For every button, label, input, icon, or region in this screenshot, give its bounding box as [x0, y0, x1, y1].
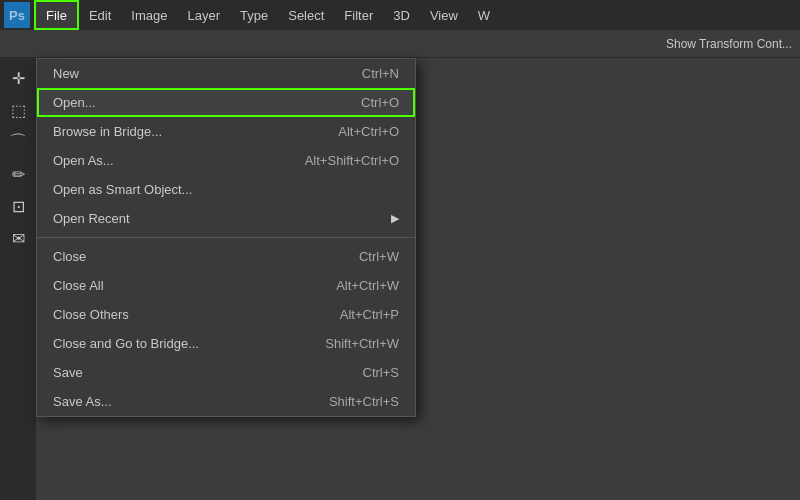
menu-item-open-as-smart-object[interactable]: Open as Smart Object...: [37, 175, 415, 204]
menu-item-layer[interactable]: Layer: [178, 0, 231, 30]
menu-item-browse-shortcut: Alt+Ctrl+O: [338, 124, 399, 139]
menu-item-open-as-label: Open As...: [53, 153, 114, 168]
menu-item-close-go-bridge[interactable]: Close and Go to Bridge... Shift+Ctrl+W: [37, 329, 415, 358]
menu-item-close-others[interactable]: Close Others Alt+Ctrl+P: [37, 300, 415, 329]
menu-item-save-as[interactable]: Save As... Shift+Ctrl+S: [37, 387, 415, 416]
move-tool[interactable]: ✛: [4, 64, 32, 92]
menu-item-browse-in-bridge[interactable]: Browse in Bridge... Alt+Ctrl+O: [37, 117, 415, 146]
menu-item-open-shortcut: Ctrl+O: [361, 95, 399, 110]
left-toolbar: ✛ ⬚ ⌒ ✏ ⊡ ✉: [0, 58, 36, 500]
menu-item-close-bridge-label: Close and Go to Bridge...: [53, 336, 199, 351]
menu-item-open-as-shortcut: Alt+Shift+Ctrl+O: [305, 153, 399, 168]
brush-tool[interactable]: ✏: [4, 160, 32, 188]
menu-item-open-as[interactable]: Open As... Alt+Shift+Ctrl+O: [37, 146, 415, 175]
menu-item-select[interactable]: Select: [278, 0, 334, 30]
ps-logo: Ps: [4, 2, 30, 28]
menu-item-close-all-shortcut: Alt+Ctrl+W: [336, 278, 399, 293]
file-dropdown-menu: New Ctrl+N Open... Ctrl+O Browse in Brid…: [36, 58, 416, 417]
menu-item-save-label: Save: [53, 365, 83, 380]
menu-item-filter[interactable]: Filter: [334, 0, 383, 30]
menu-item-open[interactable]: Open... Ctrl+O: [37, 88, 415, 117]
dropdown-container: New Ctrl+N Open... Ctrl+O Browse in Brid…: [36, 58, 800, 500]
menu-item-close-bridge-shortcut: Shift+Ctrl+W: [325, 336, 399, 351]
menu-item-open-smart-label: Open as Smart Object...: [53, 182, 192, 197]
menu-item-new-label: New: [53, 66, 79, 81]
lasso-tool[interactable]: ⌒: [4, 128, 32, 156]
submenu-arrow-icon: ▶: [391, 212, 399, 225]
menu-item-close-others-shortcut: Alt+Ctrl+P: [340, 307, 399, 322]
menu-bar: Ps File Edit Image Layer Type Select Fil…: [0, 0, 800, 30]
menu-item-close[interactable]: Close Ctrl+W: [37, 242, 415, 271]
menu-item-open-recent-label: Open Recent: [53, 211, 130, 226]
menu-item-open-recent[interactable]: Open Recent ▶: [37, 204, 415, 233]
menu-item-close-all[interactable]: Close All Alt+Ctrl+W: [37, 271, 415, 300]
menu-item-view[interactable]: View: [420, 0, 468, 30]
menu-item-save[interactable]: Save Ctrl+S: [37, 358, 415, 387]
menu-item-file[interactable]: File: [34, 0, 79, 30]
section-divider-1: [37, 237, 415, 238]
menu-item-save-as-label: Save As...: [53, 394, 112, 409]
menu-item-new[interactable]: New Ctrl+N: [37, 59, 415, 88]
transform-controls-text: Show Transform Cont...: [666, 37, 792, 51]
menu-item-save-as-shortcut: Shift+Ctrl+S: [329, 394, 399, 409]
menu-item-w[interactable]: W: [468, 0, 500, 30]
menu-item-new-shortcut: Ctrl+N: [362, 66, 399, 81]
menu-item-save-shortcut: Ctrl+S: [363, 365, 399, 380]
menu-item-3d[interactable]: 3D: [383, 0, 420, 30]
menu-item-close-others-label: Close Others: [53, 307, 129, 322]
crop-tool[interactable]: ⊡: [4, 192, 32, 220]
secondary-toolbar: Show Transform Cont...: [0, 30, 800, 58]
menu-item-image[interactable]: Image: [121, 0, 177, 30]
menu-item-open-label: Open...: [53, 95, 96, 110]
menu-item-browse-label: Browse in Bridge...: [53, 124, 162, 139]
menu-item-close-all-label: Close All: [53, 278, 104, 293]
menu-item-close-label: Close: [53, 249, 86, 264]
menu-item-edit[interactable]: Edit: [79, 0, 121, 30]
main-area: ✛ ⬚ ⌒ ✏ ⊡ ✉ New Ctrl+N Open... Ctrl+O Br…: [0, 58, 800, 500]
select-rect-tool[interactable]: ⬚: [4, 96, 32, 124]
envelope-tool[interactable]: ✉: [4, 224, 32, 252]
menu-item-type[interactable]: Type: [230, 0, 278, 30]
menu-item-close-shortcut: Ctrl+W: [359, 249, 399, 264]
